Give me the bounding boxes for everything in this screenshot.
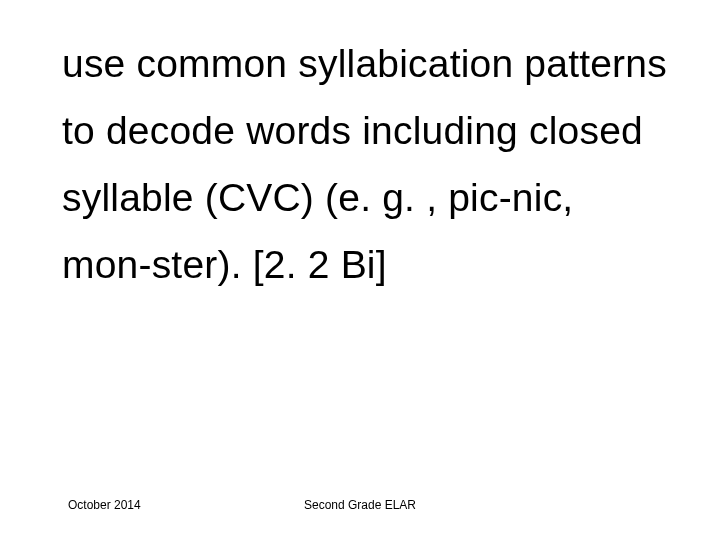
body-text: use common syllabication patterns to dec… — [62, 30, 672, 298]
slide: use common syllabication patterns to dec… — [0, 0, 720, 540]
footer-title: Second Grade ELAR — [0, 498, 720, 512]
